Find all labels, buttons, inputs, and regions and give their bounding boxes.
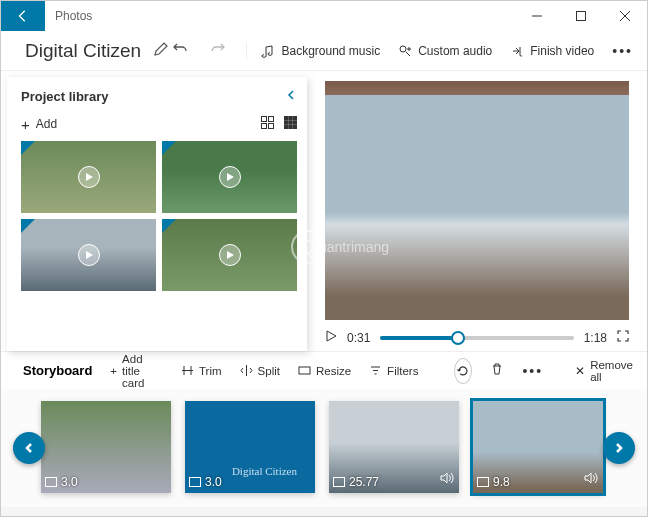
project-title: Digital Citizen [25, 40, 141, 62]
scroll-right-button[interactable] [603, 432, 635, 464]
maximize-button[interactable] [559, 1, 603, 31]
filters-button[interactable]: Filters [369, 364, 418, 377]
video-preview[interactable] [325, 81, 629, 320]
svg-rect-6 [269, 117, 274, 122]
grid-small-view-button[interactable] [284, 115, 297, 133]
play-icon [78, 166, 100, 188]
remove-all-button[interactable]: ✕Remove all [575, 359, 633, 383]
redo-button[interactable] [210, 41, 226, 61]
svg-rect-19 [46, 478, 57, 487]
svg-point-4 [400, 46, 406, 52]
library-clip-1[interactable] [21, 141, 156, 213]
volume-icon [440, 470, 454, 488]
back-button[interactable] [1, 1, 45, 31]
volume-icon [584, 470, 598, 488]
storyboard-clip-1[interactable]: 3.0 [41, 401, 171, 493]
undo-button[interactable] [172, 41, 188, 61]
add-title-card-button[interactable]: +Add title card [110, 353, 163, 389]
svg-rect-7 [262, 124, 267, 129]
rotate-button[interactable] [454, 358, 472, 384]
library-clip-3[interactable] [21, 219, 156, 291]
svg-rect-8 [269, 124, 274, 129]
minimize-button[interactable] [515, 1, 559, 31]
storyboard-clip-2[interactable]: Digital Citizen 3.0 [185, 401, 315, 493]
slider-thumb[interactable] [451, 331, 465, 345]
total-time: 1:18 [584, 331, 607, 345]
svg-rect-20 [190, 478, 201, 487]
delete-clip-button[interactable] [490, 362, 504, 380]
library-clip-4[interactable] [162, 219, 297, 291]
library-title: Project library [21, 89, 108, 104]
seek-slider[interactable] [380, 336, 573, 340]
current-time: 0:31 [347, 331, 370, 345]
custom-audio-button[interactable]: Custom audio [398, 44, 492, 58]
add-media-button[interactable]: + Add [21, 116, 57, 133]
scroll-left-button[interactable] [13, 432, 45, 464]
svg-rect-18 [299, 367, 310, 374]
svg-rect-12 [284, 121, 288, 125]
grid-large-view-button[interactable] [261, 115, 274, 133]
svg-rect-9 [284, 116, 288, 120]
svg-rect-13 [289, 121, 293, 125]
storyboard-title: Storyboard [23, 363, 92, 378]
play-button[interactable] [325, 330, 337, 345]
play-icon [219, 166, 241, 188]
title-card-caption: Digital Citizen [232, 465, 297, 477]
project-library-panel: Project library + Add [7, 77, 307, 351]
fullscreen-button[interactable] [617, 330, 629, 345]
app-title: Photos [55, 9, 92, 23]
resize-button[interactable]: Resize [298, 364, 351, 377]
storyboard-more-button[interactable]: ••• [522, 363, 543, 379]
close-button[interactable] [603, 1, 647, 31]
svg-rect-11 [294, 116, 298, 120]
svg-rect-22 [478, 478, 489, 487]
finish-video-label: Finish video [530, 44, 594, 58]
background-music-button[interactable]: Background music [261, 44, 380, 58]
custom-audio-label: Custom audio [418, 44, 492, 58]
svg-rect-21 [334, 478, 345, 487]
edit-title-icon[interactable] [153, 41, 169, 61]
collapse-library-icon[interactable] [285, 87, 297, 105]
background-music-label: Background music [281, 44, 380, 58]
finish-video-button[interactable]: Finish video [510, 44, 594, 58]
svg-rect-16 [289, 126, 293, 130]
more-options-button[interactable]: ••• [612, 43, 633, 59]
svg-rect-17 [294, 126, 298, 130]
add-label: Add [36, 117, 57, 131]
split-button[interactable]: Split [240, 364, 280, 377]
trim-button[interactable]: Trim [181, 364, 222, 377]
svg-rect-14 [294, 121, 298, 125]
svg-rect-10 [289, 116, 293, 120]
svg-rect-1 [577, 12, 586, 21]
play-icon [78, 244, 100, 266]
storyboard-clip-4[interactable]: 9.8 [473, 401, 603, 493]
plus-icon: + [21, 116, 30, 133]
svg-rect-15 [284, 126, 288, 130]
play-icon [219, 244, 241, 266]
library-clip-2[interactable] [162, 141, 297, 213]
svg-rect-5 [262, 117, 267, 122]
storyboard-clip-3[interactable]: 25.77 [329, 401, 459, 493]
